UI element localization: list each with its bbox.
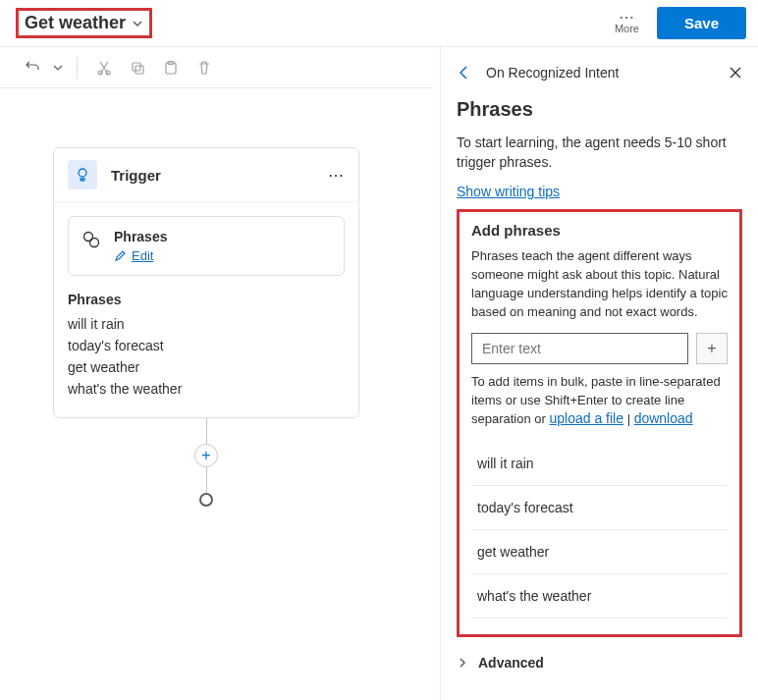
topbar: Get weather ⋯ More Save — [0, 0, 758, 47]
svg-rect-3 — [135, 66, 143, 74]
add-phrase-button[interactable]: + — [696, 333, 728, 364]
phrase-row[interactable]: today's forecast — [471, 486, 728, 530]
main: Trigger ⋯ Phrases Edit — [0, 47, 758, 700]
copy-button[interactable] — [123, 60, 152, 76]
phrase-row[interactable]: what's the weather — [471, 574, 728, 619]
svg-point-8 — [90, 239, 99, 247]
phrase-input[interactable] — [471, 333, 688, 364]
add-phrases-desc: Phrases teach the agent different ways s… — [471, 246, 728, 321]
upload-file-link[interactable]: upload a file — [550, 410, 624, 426]
more-label: More — [615, 23, 639, 34]
end-node-icon — [199, 493, 213, 507]
phrase-item: will it rain — [68, 313, 345, 335]
save-button[interactable]: Save — [657, 7, 746, 39]
download-link[interactable]: download — [634, 410, 693, 426]
toolbar-separator — [77, 57, 78, 79]
trigger-card[interactable]: Trigger ⋯ Phrases Edit — [53, 147, 359, 418]
phrases-preview: Phrases will it raintoday's forecastget … — [68, 292, 345, 400]
chevron-right-icon — [457, 657, 468, 669]
bulk-hint: To add items in bulk, paste in line-sepa… — [471, 372, 728, 428]
svg-point-6 — [79, 169, 86, 177]
phrase-item: get weather — [68, 356, 345, 378]
phrase-row[interactable]: will it rain — [471, 442, 728, 486]
advanced-label: Advanced — [478, 655, 544, 671]
panel-description: To start learning, the agent needs 5-10 … — [457, 133, 742, 172]
phrase-item: what's the weather — [68, 378, 345, 400]
chevron-down-icon — [132, 18, 143, 29]
trigger-card-header: Trigger ⋯ — [54, 148, 358, 202]
writing-tips-link[interactable]: Show writing tips — [457, 184, 560, 199]
phrase-item: today's forecast — [68, 335, 345, 356]
svg-rect-2 — [133, 63, 140, 71]
node-connector: + — [53, 418, 359, 507]
lightbulb-icon — [68, 160, 97, 189]
panel-breadcrumb: On Recognized Intent — [486, 65, 619, 81]
more-button[interactable]: ⋯ More — [615, 13, 639, 34]
topic-title-dropdown[interactable]: Get weather — [16, 8, 152, 38]
more-icon: ⋯ — [619, 13, 635, 23]
toolbar — [0, 47, 432, 88]
phrase-list: will it raintoday's forecastget weatherw… — [471, 442, 728, 619]
add-node-button[interactable]: + — [194, 444, 218, 467]
cut-button[interactable] — [89, 60, 119, 76]
phrases-node[interactable]: Phrases Edit — [68, 216, 345, 276]
close-panel-button[interactable] — [729, 66, 742, 80]
topbar-actions: ⋯ More Save — [615, 7, 746, 39]
delete-button[interactable] — [190, 60, 219, 76]
edit-phrases-link[interactable]: Edit — [114, 248, 167, 263]
undo-button[interactable] — [18, 59, 47, 77]
trigger-card-body: Phrases Edit Phrases will it raintoday's… — [54, 202, 358, 417]
properties-panel: On Recognized Intent Phrases To start le… — [440, 47, 758, 700]
add-phrases-section: Add phrases Phrases teach the agent diff… — [457, 209, 742, 637]
topic-title: Get weather — [25, 13, 126, 33]
phrases-node-title: Phrases — [114, 229, 167, 244]
trigger-card-menu[interactable]: ⋯ — [328, 166, 345, 185]
phrase-row[interactable]: get weather — [471, 530, 728, 574]
phrases-list-title: Phrases — [68, 292, 345, 307]
trigger-card-title: Trigger — [111, 167, 161, 184]
pencil-icon — [114, 250, 126, 262]
authoring-canvas: Trigger ⋯ Phrases Edit — [0, 47, 440, 700]
paste-button[interactable] — [156, 60, 186, 76]
undo-dropdown[interactable] — [51, 63, 65, 73]
edit-label: Edit — [132, 248, 153, 263]
advanced-section-toggle[interactable]: Advanced — [457, 655, 742, 671]
phrases-icon — [82, 231, 100, 248]
add-phrases-title: Add phrases — [471, 222, 728, 239]
back-arrow-icon[interactable] — [457, 65, 472, 81]
panel-title: Phrases — [457, 98, 742, 121]
